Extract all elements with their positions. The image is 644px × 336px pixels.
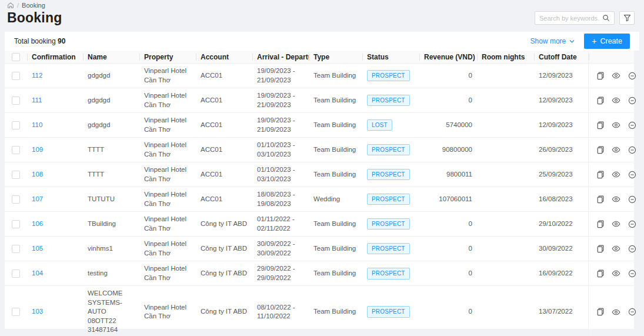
property-cell: Vinpearl Hotel Cần Thơ <box>139 64 196 88</box>
confirmation-link[interactable]: 104 <box>32 269 43 278</box>
status-badge: PROSPECT <box>367 144 410 156</box>
arrival-departure-cell: 19/09/2023 - 21/09/2023 <box>252 64 309 88</box>
cutoff-date-cell: 12/09/2023 <box>534 64 588 88</box>
confirmation-link[interactable]: 106 <box>32 219 43 229</box>
remove-icon[interactable] <box>628 121 636 129</box>
duplicate-icon[interactable] <box>596 170 605 179</box>
table-row: 105 vinhms1 Vinpearl Hotel Cần Thơ Công … <box>5 237 634 261</box>
view-icon[interactable] <box>612 219 620 228</box>
view-icon[interactable] <box>612 145 620 154</box>
breadcrumb-separator: / <box>17 2 19 9</box>
confirmation-link[interactable]: 107 <box>32 195 43 204</box>
filter-button[interactable] <box>619 11 635 25</box>
select-all-checkbox[interactable] <box>12 53 20 61</box>
column-header-name: Name <box>83 53 139 61</box>
duplicate-icon[interactable] <box>596 96 605 105</box>
view-icon[interactable] <box>612 244 620 253</box>
remove-icon[interactable] <box>628 145 636 154</box>
duplicate-icon[interactable] <box>596 219 605 228</box>
remove-icon[interactable] <box>628 269 636 278</box>
account-cell: ACC01 <box>196 88 252 112</box>
name-cell: gdgdgd <box>83 88 139 112</box>
view-icon[interactable] <box>612 308 620 317</box>
room-nights-cell <box>477 64 534 88</box>
search-input[interactable] <box>539 15 600 22</box>
row-checkbox[interactable] <box>12 245 20 253</box>
revenue-cell: 107060011 <box>419 187 477 211</box>
remove-icon[interactable] <box>628 71 636 80</box>
confirmation-link[interactable]: 108 <box>32 170 43 179</box>
filter-icon <box>623 14 631 22</box>
remove-icon[interactable] <box>628 244 636 253</box>
view-icon[interactable] <box>612 96 620 105</box>
confirmation-link[interactable]: 103 <box>32 307 43 317</box>
show-more-link[interactable]: Show more <box>530 37 575 45</box>
row-checkbox[interactable] <box>12 146 20 154</box>
breadcrumb-item[interactable]: Booking <box>22 2 45 9</box>
account-cell: ACC01 <box>196 64 252 88</box>
view-icon[interactable] <box>612 121 620 129</box>
confirmation-link[interactable]: 110 <box>32 121 42 130</box>
revenue-cell: 0 <box>419 212 477 236</box>
table-row: 107 TUTUTU Vinpearl Hotel Cần Thơ ACC01 … <box>5 187 634 212</box>
remove-icon[interactable] <box>628 170 636 179</box>
remove-icon[interactable] <box>628 308 636 317</box>
room-nights-cell <box>477 162 534 187</box>
remove-icon[interactable] <box>628 195 636 204</box>
row-checkbox[interactable] <box>12 171 20 179</box>
room-nights-cell <box>477 88 534 112</box>
remove-icon[interactable] <box>628 96 636 105</box>
view-icon[interactable] <box>612 269 620 278</box>
name-cell: TBuilding <box>83 212 139 236</box>
booking-card: Total booking 90 Show more + Create Conf… <box>5 32 639 329</box>
duplicate-icon[interactable] <box>596 145 605 154</box>
status-badge: PROSPECT <box>367 243 410 255</box>
row-checkbox[interactable] <box>12 308 20 316</box>
duplicate-icon[interactable] <box>596 308 605 317</box>
confirmation-link[interactable]: 105 <box>32 244 43 254</box>
duplicate-icon[interactable] <box>596 121 605 129</box>
view-icon[interactable] <box>612 195 620 204</box>
cutoff-date-cell: 25/09/2023 <box>534 162 588 187</box>
duplicate-icon[interactable] <box>596 195 605 204</box>
table-row: 111 gdgdgd Vinpearl Hotel Cần Thơ ACC01 … <box>5 88 634 113</box>
property-cell: Vinpearl Hotel Cần Thơ <box>139 261 196 285</box>
arrival-departure-cell: 08/10/2022 - 11/10/2022 <box>252 286 309 336</box>
view-icon[interactable] <box>612 71 620 80</box>
confirmation-link[interactable]: 109 <box>32 145 43 155</box>
property-cell: Vinpearl Hotel Cần Thơ <box>139 286 196 336</box>
account-cell: ACC01 <box>196 162 252 187</box>
name-cell: testing <box>83 261 139 285</box>
confirmation-link[interactable]: 111 <box>32 96 42 105</box>
row-checkbox[interactable] <box>12 97 20 105</box>
row-checkbox[interactable] <box>12 220 20 228</box>
breadcrumb: / Booking <box>7 2 637 9</box>
column-header-type: Type <box>309 53 362 61</box>
create-button[interactable]: + Create <box>584 34 630 49</box>
row-checkbox[interactable] <box>12 270 20 278</box>
row-checkbox[interactable] <box>12 121 20 129</box>
confirmation-link[interactable]: 112 <box>32 71 42 81</box>
duplicate-icon[interactable] <box>596 71 605 80</box>
search-icon[interactable] <box>602 14 610 22</box>
revenue-cell: 0 <box>419 286 477 336</box>
name-cell: WELCOME SYSTEMS-AUTO 08OTT22 31487164 <box>83 286 139 336</box>
room-nights-cell <box>477 138 534 162</box>
duplicate-icon[interactable] <box>596 244 605 253</box>
property-cell: Vinpearl Hotel Cần Thơ <box>139 138 196 162</box>
cutoff-date-cell: 29/10/2022 <box>534 212 588 236</box>
cutoff-date-cell: 26/09/2023 <box>534 138 588 162</box>
row-checkbox[interactable] <box>12 72 20 80</box>
duplicate-icon[interactable] <box>596 269 605 278</box>
property-cell: Vinpearl Hotel Cần Thơ <box>139 113 196 137</box>
view-icon[interactable] <box>612 170 620 179</box>
account-cell: ACC01 <box>196 113 252 137</box>
home-icon[interactable] <box>7 2 14 9</box>
status-badge: PROSPECT <box>367 268 410 280</box>
column-header-confirmation: Confirmation <box>27 53 83 61</box>
type-cell: Team Building <box>309 113 362 137</box>
account-cell: Công ty IT ABD <box>196 261 252 285</box>
row-checkbox[interactable] <box>12 195 20 204</box>
card-toolbar: Total booking 90 Show more + Create <box>5 32 639 51</box>
remove-icon[interactable] <box>628 219 636 228</box>
